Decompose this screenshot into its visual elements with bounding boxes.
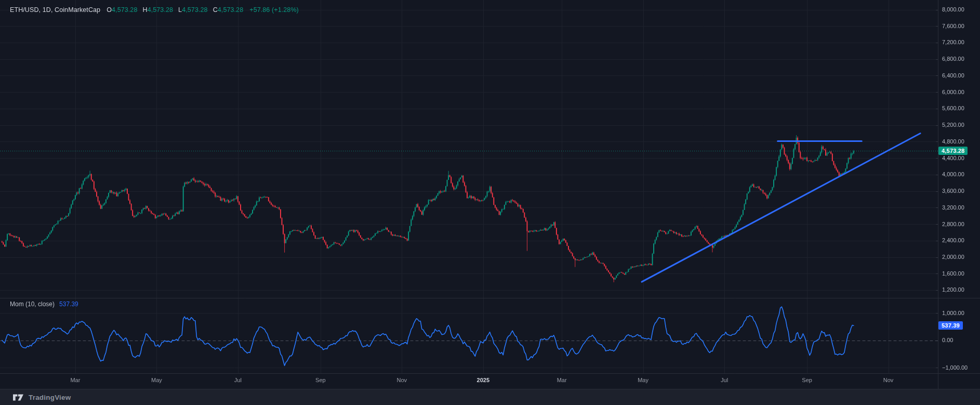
symbol-title[interactable]: ETH/USD, 1D, CoinMarketCap [10,6,100,14]
price-axis-tick-label: 6,000.00 [942,89,964,95]
ohlc-item-h: H4,573.28 [142,6,173,14]
time-axis-label: Sep [315,377,326,383]
tradingview-logo-icon[interactable] [12,393,24,402]
price-axis-tick-label: 7,600.00 [942,23,964,29]
ohlc-item-o: O4,573.28 [107,6,137,14]
price-axis-tick-label: 5,200.00 [942,122,964,128]
time-axis-label: Jul [234,377,242,383]
momentum-value-tag: 537.39 [938,321,963,330]
price-axis-tick-label: 4,000.00 [942,171,964,177]
price-axis-tick-label: 4,400.00 [942,155,964,161]
time-axis-label: Sep [802,377,812,383]
ohlc-readout: O4,573.28H4,573.28L4,573.28C4,573.28 [107,6,243,14]
price-axis-tick-label: 1,200.00 [942,286,964,293]
indicator-axis-tick-label: 0.00 [942,337,953,343]
time-axis-label: May [151,377,162,383]
indicator-axis-tick-label: 1,000.00 [942,310,964,316]
price-axis-tick-label: 8,000.00 [942,6,964,12]
price-axis-tick-label: 6,800.00 [942,56,964,62]
price-axis-tick-label: 3,200.00 [942,204,964,211]
price-axis-tick-label: 1,600.00 [942,270,964,277]
symbol-legend[interactable]: ETH/USD, 1D, CoinMarketCap O4,573.28H4,5… [10,6,299,14]
ohlc-item-l: L4,573.28 [178,6,208,14]
price-axis-tick-label: 6,400.00 [942,72,964,79]
price-axis-tick-label: 5,600.00 [942,105,964,111]
price-axis-tick-label: 3,600.00 [942,188,964,194]
price-axis-tick-label: 4,800.00 [942,138,964,145]
price-axis-tick-label: 2,400.00 [942,237,964,243]
time-axis-label: 2025 [477,377,489,383]
bottom-toolbar: TradingView [0,389,980,405]
indicator-axis-tick-label: −1,000.00 [942,364,968,371]
price-axis-tick-label: 2,000.00 [942,254,964,260]
price-axis-tick-label: 2,800.00 [942,221,964,227]
change-readout: +57.86 (+1.28%) [249,6,299,14]
eth-usd-candlestick-chart-canvas[interactable] [0,0,980,389]
time-axis-label: Jul [721,377,728,383]
time-axis-label: Mar [70,377,80,383]
last-price-tag: 4,573.28 [938,147,968,155]
time-axis-label: May [638,377,648,383]
time-axis-label: Mar [557,377,567,383]
tradingview-brand-text[interactable]: TradingView [29,394,71,401]
indicator-legend[interactable]: Mom (10, close) 537.39 [10,301,78,308]
ohlc-item-c: C4,573.28 [213,6,244,14]
indicator-name[interactable]: Mom (10, close) [10,301,55,308]
indicator-value: 537.39 [59,301,78,308]
tradingview-chart-window: ETH/USD, 1D, CoinMarketCap O4,573.28H4,5… [0,0,980,405]
time-axis-label: Nov [883,377,894,383]
time-axis-label: Nov [397,377,407,383]
price-axis-tick-label: 7,200.00 [942,39,964,45]
